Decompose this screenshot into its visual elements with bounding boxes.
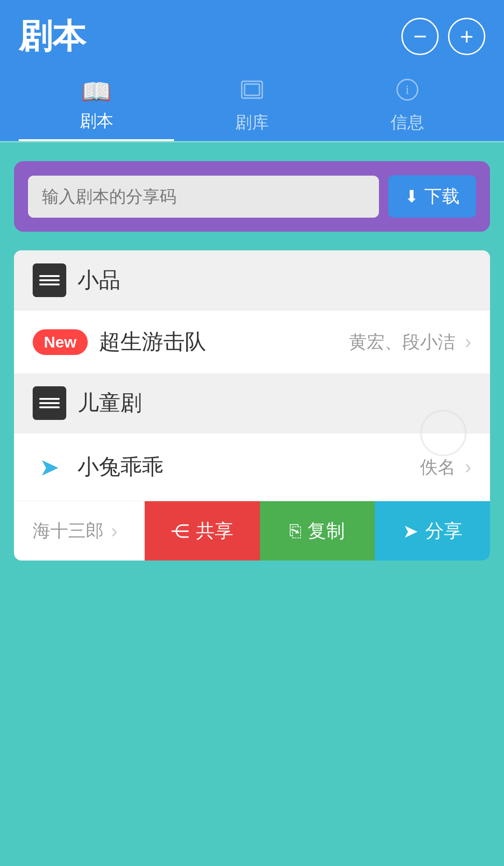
svg-rect-1	[245, 84, 259, 95]
plus-button[interactable]: +	[448, 18, 485, 55]
copy-label: 复制	[308, 518, 345, 544]
list-icon-childplay	[33, 386, 66, 420]
book-icon: 📖	[81, 78, 112, 106]
share-button[interactable]: ⋲ 共享	[145, 501, 260, 561]
content-area: ⬇ 下载 小品 New 超生游击队 黄宏、段小洁 ›	[0, 142, 504, 843]
tab-info[interactable]: i 信息	[330, 68, 485, 141]
download-label: 下载	[424, 185, 460, 208]
tab-info-label: 信息	[391, 111, 424, 134]
app-title: 剧本	[19, 14, 86, 59]
forward-button[interactable]: ➤ 分享	[375, 501, 490, 561]
share-code-input[interactable]	[28, 176, 379, 218]
share-label: 共享	[196, 518, 233, 544]
category-childplay: 儿童剧	[14, 373, 490, 433]
header-top: 剧本 − +	[19, 14, 485, 68]
action-buttons: ⋲ 共享 ⎘ 复制 ➤ 分享	[145, 501, 490, 561]
tab-library-label: 剧库	[235, 111, 269, 134]
partial-item-haishisanlang[interactable]: 海十三郎 ›	[14, 501, 145, 561]
download-icon: ⬇	[405, 187, 419, 206]
category-xiaopin-label: 小品	[77, 266, 120, 295]
library-icon	[240, 78, 264, 107]
list-icon-xiaopin	[33, 263, 66, 297]
item-title-xiaotuguaigua: 小兔乖乖	[77, 453, 420, 482]
chevron-icon-xiaotuguaigua: ›	[465, 456, 471, 478]
header: 剧本 − + 📖 剧本 剧库 i	[0, 0, 504, 141]
partial-title: 海十三郎	[33, 519, 104, 543]
new-badge: New	[33, 329, 88, 355]
partial-chevron: ›	[111, 520, 118, 542]
line-3	[39, 284, 60, 285]
copy-button[interactable]: ⎘ 复制	[260, 501, 375, 561]
copy-btn-icon: ⎘	[290, 520, 301, 541]
line-1	[39, 398, 60, 400]
item-author-xiaotuguaigua: 佚名	[420, 455, 455, 479]
header-action-buttons: − +	[401, 18, 485, 55]
tab-script[interactable]: 📖 剧本	[19, 68, 174, 141]
item-title-chaosheng: 超生游击队	[99, 327, 349, 356]
line-3	[39, 406, 60, 408]
svg-text:i: i	[406, 82, 409, 97]
list-item-xiaotuguaigua[interactable]: ➤ 小兔乖乖 佚名 ›	[14, 433, 490, 501]
tab-script-label: 剧本	[80, 110, 113, 133]
tab-bar: 📖 剧本 剧库 i 信息	[19, 68, 485, 141]
tab-library[interactable]: 剧库	[174, 68, 329, 141]
info-icon: i	[395, 78, 420, 107]
line-1	[39, 275, 60, 277]
category-xiaopin: 小品	[14, 250, 490, 310]
download-button[interactable]: ⬇ 下载	[388, 175, 476, 218]
minus-button[interactable]: −	[401, 18, 439, 55]
action-row: 海十三郎 › ⋲ 共享 ⎘ 复制 ➤ 分享	[14, 501, 490, 561]
forward-btn-icon: ➤	[403, 520, 419, 542]
script-list: 小品 New 超生游击队 黄宏、段小洁 › 儿童剧 ➤	[14, 250, 490, 561]
forward-label: 分享	[425, 518, 462, 544]
list-item-chaosheng[interactable]: New 超生游击队 黄宏、段小洁 ›	[14, 310, 490, 373]
line-2	[39, 279, 60, 281]
chevron-icon-chaosheng: ›	[465, 331, 471, 353]
share-icon-blue: ➤	[33, 450, 66, 484]
search-section: ⬇ 下载	[14, 161, 490, 232]
share-btn-icon: ⋲	[171, 520, 189, 542]
category-childplay-label: 儿童剧	[77, 389, 142, 418]
item-author-chaosheng: 黄宏、段小洁	[349, 330, 455, 354]
line-2	[39, 402, 60, 404]
